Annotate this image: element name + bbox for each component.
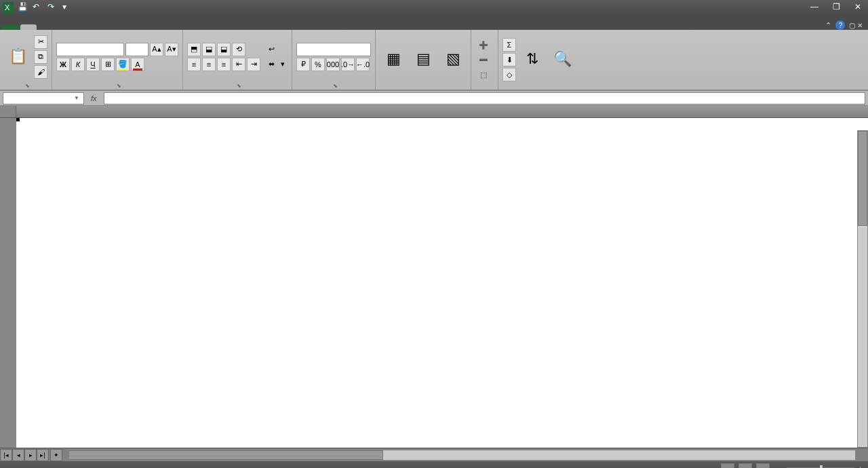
font-size-combo[interactable] (125, 43, 149, 56)
font-name-combo[interactable] (56, 43, 124, 56)
title-bar: X 💾 ↶ ↷ ▾ — ❐ ✕ (0, 0, 868, 15)
name-box[interactable]: ▼ (3, 92, 84, 104)
alignment-dialog-icon[interactable]: ⬊ (237, 83, 241, 89)
autosum-button[interactable]: Σ (502, 38, 516, 52)
fill-button[interactable]: ⬇ (502, 53, 516, 66)
fill-color-button[interactable]: 🪣 (116, 58, 130, 71)
font-color-button[interactable]: A (131, 58, 144, 71)
vertical-scrollbar[interactable] (857, 130, 868, 448)
align-middle-button[interactable]: ⬓ (202, 43, 216, 56)
select-all-corner[interactable] (0, 106, 16, 117)
table-icon: ▤ (412, 48, 434, 70)
format-cells-icon: ⬚ (478, 69, 489, 80)
normal-view-button[interactable] (721, 463, 734, 468)
increase-indent-button[interactable]: ⇥ (247, 58, 260, 71)
format-as-table-button[interactable]: ▤ (410, 47, 437, 73)
group-editing: Σ ⬇ ◇ ⇅ 🔍 (498, 30, 580, 90)
sheet-nav-prev[interactable]: ◂ (12, 449, 24, 461)
save-icon[interactable]: 💾 (18, 2, 28, 13)
clipboard-dialog-icon[interactable]: ⬊ (25, 83, 30, 89)
orientation-button[interactable]: ⟲ (232, 43, 245, 56)
align-top-button[interactable]: ⬒ (187, 43, 201, 56)
align-left-button[interactable]: ≡ (187, 58, 201, 71)
find-select-button[interactable]: 🔍 (549, 47, 576, 73)
bold-button[interactable]: Ж (56, 58, 70, 71)
new-sheet-button[interactable]: ✦ (50, 449, 62, 461)
find-icon: 🔍 (551, 48, 573, 70)
cell-styles-button[interactable]: ▧ (439, 47, 467, 73)
ribbon-tabs: ⌃ ? ▢ ✕ (0, 15, 868, 30)
qat-more-icon[interactable]: ▾ (62, 2, 73, 13)
ribbon: 📋 ✂ ⧉ 🖌 ⬊ A▴ A▾ Ж К (0, 30, 868, 91)
format-cells-button[interactable]: ⬚ (475, 68, 494, 81)
underline-button[interactable]: Ч (86, 58, 100, 71)
formula-input[interactable] (104, 92, 865, 104)
tab-formulas[interactable] (69, 24, 85, 30)
close-button[interactable]: ✕ (850, 2, 865, 13)
paste-icon: 📋 (7, 45, 28, 67)
sort-icon: ⇅ (521, 48, 543, 70)
copy-button[interactable]: ⧉ (34, 50, 47, 64)
group-number: ₽ % 000 .0→ ←.0 ⬊ (292, 30, 376, 90)
minimize-ribbon-icon[interactable]: ⌃ (825, 21, 831, 30)
fx-icon[interactable]: fx (87, 94, 101, 102)
redo-icon[interactable]: ↷ (47, 2, 58, 13)
sort-filter-button[interactable]: ⇅ (519, 47, 546, 73)
window-options-icon[interactable]: ▢ ✕ (849, 22, 863, 29)
percent-button[interactable]: % (311, 58, 325, 71)
zoom-in-button[interactable]: + (859, 465, 863, 468)
insert-cells-button[interactable]: ➕ (475, 38, 494, 52)
formula-bar: ▼ fx (0, 91, 868, 106)
align-center-button[interactable]: ≡ (202, 58, 216, 71)
decrease-font-button[interactable]: A▾ (165, 43, 178, 56)
excel-icon: X (3, 2, 14, 13)
align-bottom-button[interactable]: ⬓ (217, 43, 231, 56)
delete-cells-icon: ➖ (478, 54, 489, 65)
delete-cells-button[interactable]: ➖ (475, 53, 494, 66)
increase-decimal-button[interactable]: .0→ (341, 58, 355, 71)
increase-font-button[interactable]: A▴ (150, 43, 163, 56)
italic-button[interactable]: К (71, 58, 85, 71)
sheet-nav-first[interactable]: |◂ (0, 449, 12, 461)
number-dialog-icon[interactable]: ⬊ (333, 83, 338, 89)
tab-layout[interactable] (53, 24, 69, 30)
number-format-combo[interactable] (296, 43, 371, 56)
sheet-nav-last[interactable]: ▸| (37, 449, 49, 461)
comma-button[interactable]: 000 (326, 58, 340, 71)
decrease-indent-button[interactable]: ⇤ (232, 58, 245, 71)
svg-text:X: X (5, 3, 10, 12)
conditional-formatting-button[interactable]: ▦ (380, 47, 407, 73)
tab-insert[interactable] (37, 24, 53, 30)
wrap-text-button[interactable]: ↩ (263, 43, 288, 56)
currency-button[interactable]: ₽ (296, 58, 310, 71)
group-alignment: ⬒ ⬓ ⬓ ⟲ ≡ ≡ ≡ ⇤ ⇥ ↩ ⬌ ▾ ⬊ (183, 30, 292, 90)
vscroll-thumb[interactable] (858, 131, 867, 226)
undo-icon[interactable]: ↶ (33, 2, 43, 13)
clear-button[interactable]: ◇ (502, 68, 516, 81)
minimize-button[interactable]: — (807, 2, 822, 13)
restore-button[interactable]: ❐ (829, 2, 844, 13)
zoom-out-button[interactable]: − (778, 465, 782, 468)
format-painter-button[interactable]: 🖌 (34, 65, 47, 79)
paste-button[interactable]: 📋 (4, 44, 31, 70)
selection-box (16, 118, 19, 121)
zoom-thumb[interactable] (819, 465, 823, 468)
hscroll-thumb[interactable] (68, 450, 383, 460)
cut-button[interactable]: ✂ (34, 35, 47, 49)
cells-grid[interactable] (16, 118, 868, 448)
border-button[interactable]: ⊞ (101, 58, 115, 71)
tab-review[interactable] (102, 24, 118, 30)
page-break-view-button[interactable] (756, 463, 770, 468)
help-icon[interactable]: ? (835, 20, 845, 30)
sheet-nav-next[interactable]: ▸ (24, 449, 37, 461)
tab-home[interactable] (20, 24, 37, 30)
align-right-button[interactable]: ≡ (217, 58, 231, 71)
page-layout-view-button[interactable] (738, 463, 752, 468)
merge-center-button[interactable]: ⬌ ▾ (263, 58, 288, 71)
font-dialog-icon[interactable]: ⬊ (117, 83, 121, 89)
decrease-decimal-button[interactable]: ←.0 (356, 58, 370, 71)
tab-data[interactable] (85, 24, 102, 30)
group-font: A▴ A▾ Ж К Ч ⊞ 🪣 A ⬊ (52, 30, 183, 90)
horizontal-scrollbar[interactable] (68, 450, 856, 461)
tab-view[interactable] (118, 24, 134, 30)
